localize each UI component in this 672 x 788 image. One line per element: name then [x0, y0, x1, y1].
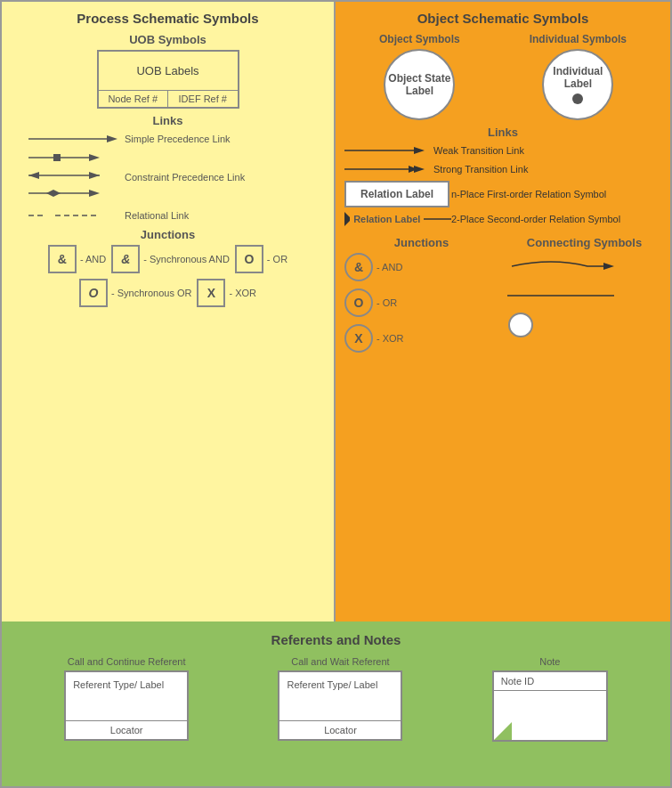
junction-and: & - AND [48, 245, 106, 273]
svg-marker-10 [89, 190, 100, 197]
obj-junction-and-label: - AND [376, 262, 402, 272]
weak-transition-row: Weak Transition Link [344, 143, 661, 158]
nplace-firstorder-row: Relation Label n-Place First-order Relat… [344, 181, 661, 207]
junction-sync-or-box: O [79, 279, 108, 307]
connecting-empty-circle [507, 312, 534, 338]
nplace-firstorder-label: n-Place First-order Relation Symbol [451, 189, 661, 199]
simple-precedence-label: Simple Precedence Link [125, 134, 325, 144]
uob-node-ref: Node Ref # [99, 91, 169, 107]
constraint-precedence-symbol [11, 150, 117, 204]
simple-precedence-arrow [28, 132, 117, 146]
call-continue-body: Referent Type/ Label [66, 672, 187, 721]
bottom-title: Referents and Notes [20, 632, 652, 647]
note-box-body [494, 691, 606, 740]
svg-marker-7 [89, 172, 100, 179]
obj-junction-xor-circle: X [344, 324, 373, 353]
svg-marker-4 [89, 154, 100, 161]
uob-box-bottom: Node Ref # IDEF Ref # [99, 91, 238, 107]
obj-junctions-label: Junctions [344, 236, 498, 249]
uob-box-wrapper: UOB Labels Node Ref # IDEF Ref # [11, 50, 325, 109]
simple-precedence-symbol [11, 132, 117, 146]
svg-marker-17 [414, 166, 425, 173]
svg-marker-6 [28, 172, 39, 179]
relational-symbol [11, 208, 117, 223]
call-continue-box: Referent Type/ Label Locator [64, 670, 189, 741]
obj-junctions-col: & - AND O - OR X - XOR [344, 253, 498, 353]
relational-label: Relational Link [125, 210, 325, 221]
junction-sync-and-box: & [111, 245, 140, 273]
process-junctions-label: Junctions [11, 228, 325, 241]
connecting-curved-arrow [507, 253, 614, 280]
obj-junctions-section: Junctions & - AND O - OR X - XOR [344, 231, 498, 353]
object-state-circle: Object State Label [384, 49, 455, 120]
individual-symbols-group: Individual Symbols Individual Label [530, 33, 627, 120]
call-wait-body: Referent Type/ Label [279, 672, 401, 721]
obj-symbols-row: Object Symbols Object State Label Indivi… [344, 33, 661, 120]
junction-xor-label: - XOR [229, 288, 256, 298]
strong-transition-arrow [344, 162, 425, 176]
weak-transition-symbol [344, 143, 433, 158]
relation-box-nplace: Relation Label [344, 181, 449, 207]
bottom-section: Referents and Notes Call and Continue Re… [2, 621, 670, 786]
note-id-label: Note ID [494, 672, 606, 691]
uob-box-label: UOB Labels [99, 52, 238, 91]
process-panel: Process Schematic Symbols UOB Symbols UO… [2, 2, 336, 621]
call-wait-box: Referent Type/ Label Locator [278, 670, 402, 741]
link-row-constraint: Constraint Precedence Link [11, 150, 325, 204]
junction-xor-box: X [197, 279, 225, 307]
junction-or-label: - OR [267, 254, 287, 264]
obj-junction-or-label: - OR [376, 297, 397, 308]
strong-transition-label: Strong Transition Link [433, 164, 661, 175]
obj-junction-or: O - OR [344, 288, 498, 317]
call-wait-title: Call and Wait Referent [291, 656, 389, 667]
twoplace-secondorder-row: Relation Label 2-Place Second-order Rela… [344, 212, 661, 226]
connecting-symbols-col [507, 253, 661, 338]
top-section: Process Schematic Symbols UOB Symbols UO… [2, 2, 670, 621]
junction-and-label: - AND [80, 254, 106, 264]
strong-transition-row: Strong Transition Link [344, 162, 661, 176]
relation-label-2nd: Relation Label [353, 214, 420, 224]
svg-marker-18 [344, 212, 350, 226]
svg-rect-3 [53, 154, 61, 161]
process-panel-title: Process Schematic Symbols [11, 11, 325, 26]
junction-and-box: & [48, 245, 77, 273]
individual-circle: Individual Label [542, 49, 613, 120]
call-continue-group: Call and Continue Referent Referent Type… [64, 656, 189, 741]
strong-transition-symbol [344, 162, 433, 176]
junction-sync-or-label: - Synchronous OR [111, 288, 191, 298]
connecting-symbols-section: Connecting Symbols [507, 231, 661, 353]
svg-marker-14 [414, 147, 425, 154]
object-state-label: Object State Label [385, 72, 453, 97]
object-links-label: Links [344, 126, 661, 139]
twoplace-secondorder-label: 2-Place Second-order Relation Symbol [451, 214, 661, 224]
process-links-label: Links [11, 114, 325, 127]
note-box: Note ID [492, 670, 608, 742]
junction-or: O - OR [235, 245, 287, 273]
note-corner-fold [494, 722, 512, 740]
junction-xor: X - XOR [197, 279, 256, 307]
note-group: Note Note ID [492, 656, 608, 742]
obj-junction-and-circle: & [344, 253, 373, 281]
junction-sync-or: O - Synchronous OR [79, 279, 191, 307]
svg-marker-20 [603, 263, 614, 270]
constraint-precedence-arrows [28, 150, 117, 204]
individual-label: Individual Label [544, 65, 611, 90]
object-panel-title: Object Schematic Symbols [344, 11, 661, 26]
object-symbols-group: Object Symbols Object State Label [379, 33, 460, 120]
svg-marker-9 [46, 190, 61, 197]
uob-section-label: UOB Symbols [11, 33, 325, 46]
call-continue-locator: Locator [66, 721, 187, 739]
second-order-line [424, 212, 451, 226]
obj-junction-and: & - AND [344, 253, 498, 281]
svg-point-22 [509, 313, 532, 337]
weak-transition-label: Weak Transition Link [433, 145, 661, 156]
junction-or-box: O [235, 245, 263, 273]
object-symbols-title: Object Symbols [379, 33, 460, 45]
connecting-line [507, 288, 614, 303]
obj-junction-or-circle: O [344, 288, 373, 317]
twoplace-secondorder-symbol: Relation Label [344, 212, 451, 226]
second-order-arrowhead [344, 212, 350, 226]
process-links-list: Simple Precedence Link [11, 132, 325, 223]
obj-junction-xor: X - XOR [344, 324, 498, 353]
obj-links-section: Weak Transition Link Strong Transition L… [344, 143, 661, 226]
